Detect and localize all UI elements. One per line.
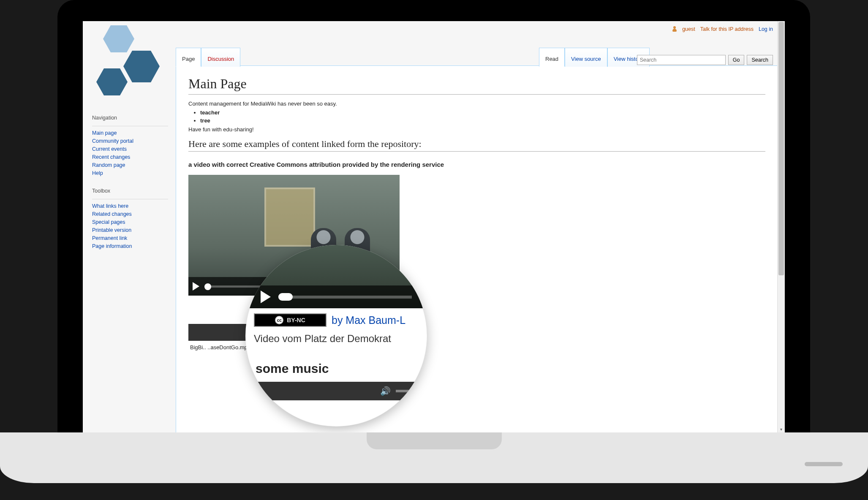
nav-community-portal[interactable]: Community portal bbox=[92, 138, 133, 144]
vertical-scrollbar[interactable]: ▾ bbox=[777, 21, 785, 432]
search-bar: Go Search bbox=[637, 55, 773, 65]
cc-icon: cc bbox=[275, 316, 283, 324]
search-button[interactable]: Search bbox=[747, 55, 773, 65]
tab-read[interactable]: Read bbox=[539, 48, 565, 67]
volume-icon[interactable]: 🔊 bbox=[380, 386, 391, 396]
tool-related-changes[interactable]: Related changes bbox=[92, 211, 132, 217]
lens-music-heading: some music bbox=[256, 361, 329, 376]
laptop-slit bbox=[805, 462, 843, 466]
tool-printable-version[interactable]: Printable version bbox=[92, 227, 131, 233]
cc-badge: cc BY-NC bbox=[254, 313, 327, 327]
lens-video-title: Video vom Platz der Demokrat bbox=[254, 333, 391, 345]
namespace-tabs: Page Discussion bbox=[176, 47, 240, 66]
magnifier-lens: cc BY-NC by Max Baum-L Video vom Platz d… bbox=[245, 245, 427, 427]
svg-marker-2 bbox=[96, 68, 128, 95]
play-icon[interactable] bbox=[261, 291, 271, 303]
guest-link[interactable]: guest bbox=[682, 26, 695, 32]
personal-toolbar: guest Talk for this IP address Log in bbox=[672, 26, 773, 32]
search-input[interactable] bbox=[637, 55, 726, 65]
havefun-text: Have fun with edu-sharing! bbox=[188, 126, 765, 133]
toolbox-heading: Toolbox bbox=[92, 188, 168, 196]
cc-label: BY-NC bbox=[287, 317, 305, 323]
scrollbar-thumb[interactable] bbox=[778, 22, 784, 275]
lens-attribution-row: cc BY-NC by Max Baum-L bbox=[254, 313, 423, 327]
sidebar: Navigation Main page Community portal Cu… bbox=[92, 115, 168, 261]
nav-section: Navigation Main page Community portal Cu… bbox=[92, 115, 168, 176]
tab-discussion[interactable]: Discussion bbox=[201, 48, 240, 67]
tab-view-source[interactable]: View source bbox=[565, 48, 607, 67]
laptop-notch bbox=[367, 432, 502, 449]
play-icon[interactable] bbox=[193, 282, 199, 291]
nav-random-page[interactable]: Random page bbox=[92, 162, 125, 168]
intro-text: Content management for MediaWiki has nev… bbox=[188, 101, 765, 107]
nav-recent-changes[interactable]: Recent changes bbox=[92, 154, 130, 160]
laptop-frame: ▾ guest Talk for this IP address Log in … bbox=[57, 0, 810, 432]
toolbox-section: Toolbox What links here Related changes … bbox=[92, 188, 168, 249]
site-logo[interactable] bbox=[91, 25, 163, 101]
talk-link[interactable]: Talk for this IP address bbox=[700, 26, 754, 32]
nav-help[interactable]: Help bbox=[92, 170, 103, 176]
nav-main-page[interactable]: Main page bbox=[92, 130, 117, 136]
bullet-item: tree bbox=[200, 117, 765, 124]
svg-marker-1 bbox=[123, 51, 160, 82]
user-icon bbox=[672, 26, 677, 32]
video-progress[interactable] bbox=[278, 296, 412, 299]
view-tabs: Read View source View history bbox=[539, 47, 650, 66]
bullet-item: teacher bbox=[200, 109, 765, 116]
examples-heading: Here are some examples of content linked… bbox=[188, 139, 765, 152]
lens-video-controls bbox=[245, 285, 427, 308]
scrollbar-down-arrow[interactable]: ▾ bbox=[778, 426, 785, 432]
lens-author-link[interactable]: by Max Baum-L bbox=[332, 314, 405, 326]
browser-viewport: ▾ guest Talk for this IP address Log in … bbox=[83, 21, 785, 432]
tool-page-information[interactable]: Page information bbox=[92, 243, 132, 249]
go-button[interactable]: Go bbox=[728, 55, 745, 65]
nav-current-events[interactable]: Current events bbox=[92, 146, 127, 152]
nav-heading: Navigation bbox=[92, 115, 168, 122]
login-link[interactable]: Log in bbox=[759, 26, 773, 32]
tab-page[interactable]: Page bbox=[176, 48, 201, 67]
video-heading: a video with correct Creative Commons at… bbox=[188, 161, 765, 168]
bullet-list: teacher tree bbox=[200, 109, 765, 124]
lens-audio-player[interactable]: 🔊 bbox=[245, 382, 427, 400]
tool-permanent-link[interactable]: Permanent link bbox=[92, 235, 127, 241]
svg-marker-0 bbox=[103, 25, 134, 52]
page-title: Main Page bbox=[188, 76, 765, 95]
tool-what-links-here[interactable]: What links here bbox=[92, 203, 128, 209]
lens-audio-progress-thumb[interactable] bbox=[289, 404, 299, 410]
tool-special-pages[interactable]: Special pages bbox=[92, 219, 125, 225]
